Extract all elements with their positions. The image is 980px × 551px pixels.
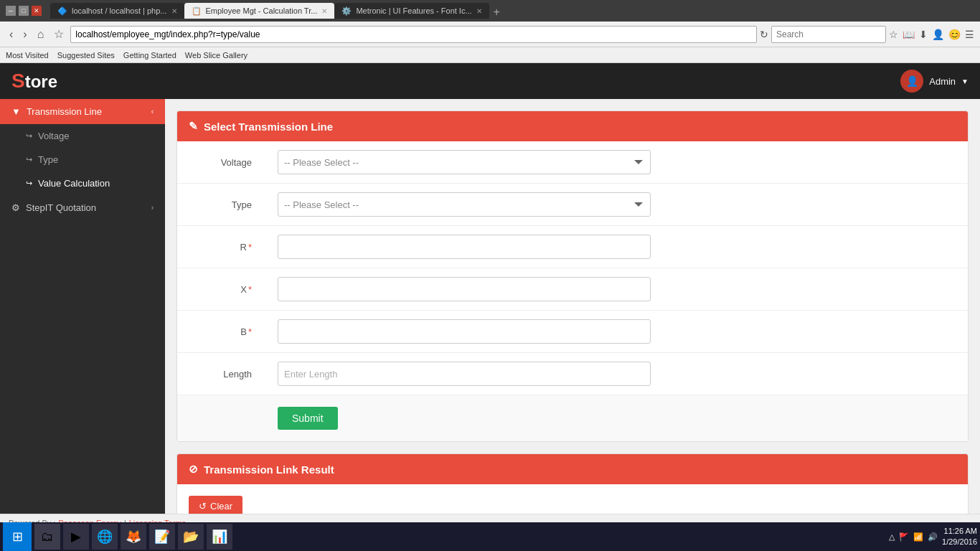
result-card-title: Transmission Link Result	[204, 463, 334, 476]
tab-close-icon[interactable]: ✕	[476, 7, 482, 15]
back-button[interactable]: ‹	[6, 27, 17, 42]
bookmark-button[interactable]: ☆	[50, 26, 67, 42]
card-header-result: ⊘ Transmission Link Result	[177, 454, 968, 484]
taskbar: ⊞ 🗂 ▶ 🌐 🦊 📝 📂 📊 △ 🚩 📶 🔊 11:26 AM 1/29/20…	[0, 522, 980, 531]
tab-label: Metronic | UI Features - Font Ic...	[356, 6, 471, 15]
reader-icon[interactable]: 📖	[903, 29, 915, 40]
sidebar-item-transmission-line[interactable]: ▼ Transmission Line ‹	[0, 99, 165, 124]
username-label: Admin	[929, 76, 956, 87]
length-label: Length	[177, 353, 263, 395]
user-avatar: 👤	[900, 70, 923, 93]
r-row: R*	[177, 226, 968, 268]
toolbar-icons: ☆ 📖 ⬇ 👤 😊 ☰	[889, 29, 974, 40]
voltage-input-cell: -- Please Select --	[263, 141, 968, 184]
filter-icon: ▼	[11, 106, 21, 117]
voltage-row: Voltage -- Please Select --	[177, 141, 968, 184]
type-select[interactable]: -- Please Select --	[278, 192, 651, 217]
search-input[interactable]	[771, 26, 886, 43]
taskbar-app6[interactable]: 📊	[207, 524, 232, 531]
taskbar-media[interactable]: ▶	[63, 524, 89, 531]
type-label: Type	[177, 184, 263, 226]
tab-favicon: ⚙️	[341, 6, 352, 16]
clear-label: Clear	[210, 501, 232, 512]
sidebar-sub-label: Type	[38, 154, 58, 165]
minimize-button[interactable]: ─	[6, 6, 16, 16]
menu-icon[interactable]: ☰	[965, 29, 974, 40]
taskbar-left: ⊞ 🗂 ▶ 🌐 🦊 📝 📂 📊	[3, 522, 232, 531]
type-input-cell: -- Please Select --	[263, 184, 968, 226]
home-button[interactable]: ⌂	[34, 27, 48, 42]
logo-s: S	[11, 70, 25, 92]
tab-close-icon[interactable]: ✕	[321, 7, 327, 15]
tab-close-icon[interactable]: ✕	[171, 7, 177, 15]
bookmark-web-slice[interactable]: Web Slice Gallery	[185, 51, 248, 60]
card-body-select-transmission: Voltage -- Please Select -- Type	[177, 141, 968, 441]
user-area[interactable]: 👤 Admin ▼	[900, 70, 969, 93]
taskbar-firefox[interactable]: 🦊	[121, 524, 146, 531]
type-row: Type -- Please Select --	[177, 184, 968, 226]
download-icon[interactable]: ⬇	[919, 29, 928, 40]
b-input-cell	[263, 311, 968, 353]
length-input-cell	[263, 353, 968, 395]
r-input-cell	[263, 226, 968, 268]
main-content: ✎ Select Transmission Line Voltage -- Pl…	[165, 99, 980, 514]
sidebar-sub-label: Value Calculation	[38, 178, 110, 189]
sidebar-sub-voltage[interactable]: ↪ Voltage	[0, 124, 165, 148]
arrow-icon: ↪	[26, 155, 32, 164]
new-tab-button[interactable]: +	[489, 6, 504, 19]
arrow-icon: ↪	[26, 179, 32, 188]
r-input[interactable]	[278, 235, 651, 259]
tab-metronic[interactable]: ⚙️ Metronic | UI Features - Font Ic... ✕	[334, 3, 489, 19]
x-input[interactable]	[278, 277, 651, 301]
sidebar: ▼ Transmission Line ‹ ↪ Voltage ↪ Type ↪…	[0, 99, 165, 514]
user-icon[interactable]: 👤	[932, 29, 944, 40]
tab-favicon: 📋	[192, 6, 202, 16]
clear-button[interactable]: ↺ Clear	[189, 496, 242, 514]
bookmarks-bar: Most Visited Suggested Sites Getting Sta…	[0, 47, 980, 63]
voltage-select[interactable]: -- Please Select --	[278, 150, 651, 174]
length-input[interactable]	[278, 362, 651, 386]
b-label: B*	[177, 311, 263, 353]
bookmark-suggested[interactable]: Suggested Sites	[57, 51, 115, 60]
b-row: B*	[177, 311, 968, 353]
bookmark-getting-started[interactable]: Getting Started	[123, 51, 176, 60]
card-header-select-transmission: ✎ Select Transmission Line	[177, 111, 968, 141]
star-icon[interactable]: ☆	[889, 29, 898, 40]
edit-icon: ✎	[189, 120, 198, 133]
x-row: X*	[177, 268, 968, 311]
emoji-icon[interactable]: 😊	[948, 29, 961, 40]
transmission-result-card: ⊘ Transmission Link Result ↺ Clear	[176, 453, 969, 514]
address-bar[interactable]	[70, 26, 757, 43]
taskbar-file-manager[interactable]: 🗂	[34, 524, 60, 531]
tab-localhost[interactable]: 🔷 localhost / localhost | php... ✕	[50, 3, 184, 19]
x-label: X*	[177, 268, 263, 311]
taskbar-chrome[interactable]: 🌐	[92, 524, 118, 531]
sidebar-item-label: StepIT Quotation	[26, 202, 96, 213]
taskbar-explorer[interactable]: 📂	[178, 524, 204, 531]
b-input[interactable]	[278, 319, 651, 344]
sidebar-item-stepit-quotation[interactable]: ⚙ StepIT Quotation ›	[0, 195, 165, 220]
maximize-button[interactable]: □	[19, 6, 29, 16]
r-label: R*	[177, 226, 263, 268]
start-button[interactable]: ⊞	[3, 522, 32, 531]
submit-button[interactable]: Submit	[278, 407, 338, 430]
submit-row: Submit	[177, 395, 968, 441]
sidebar-item-label: Transmission Line	[27, 106, 102, 117]
sidebar-sub-value-calculation[interactable]: ↪ Value Calculation	[0, 171, 165, 195]
sidebar-sub-type[interactable]: ↪ Type	[0, 148, 165, 171]
taskbar-sticky[interactable]: 📝	[149, 524, 175, 531]
clock-time: 11:26 AM	[942, 526, 977, 531]
tab-favicon: 🔷	[57, 6, 67, 16]
bookmark-most-visited[interactable]: Most Visited	[6, 51, 49, 60]
forward-button[interactable]: ›	[19, 27, 30, 42]
x-input-cell	[263, 268, 968, 311]
taskbar-right: △ 🚩 📶 🔊 11:26 AM 1/29/2016	[889, 526, 977, 531]
chevron-right-icon: ›	[151, 204, 154, 212]
tab-employee-mgt[interactable]: 📋 Employee Mgt - Calculation Tr... ✕	[184, 3, 335, 19]
refresh-button[interactable]: ↻	[760, 29, 768, 40]
voltage-label: Voltage	[177, 141, 263, 184]
form-table: Voltage -- Please Select -- Type	[177, 141, 968, 395]
tab-label: localhost / localhost | php...	[72, 6, 167, 15]
close-button[interactable]: ✕	[32, 6, 42, 16]
logo-text: tore	[25, 72, 57, 91]
